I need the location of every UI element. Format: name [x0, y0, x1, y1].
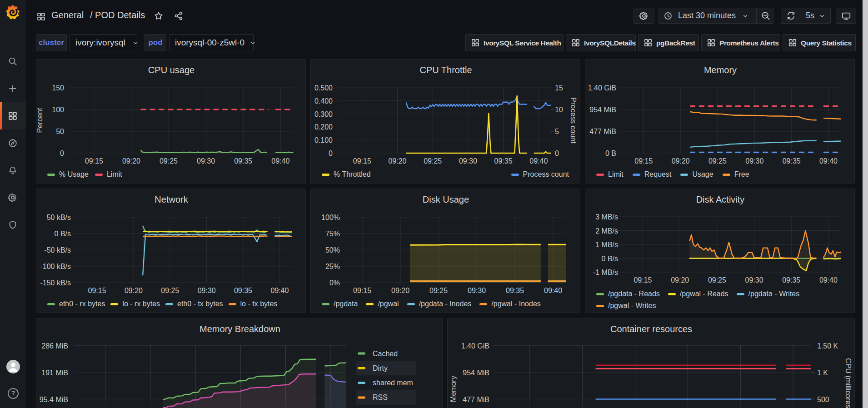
- svg-text:09:40: 09:40: [819, 157, 838, 165]
- svg-text:0 B/s: 0 B/s: [602, 255, 618, 263]
- svg-text:477 MiB: 477 MiB: [463, 396, 489, 403]
- svg-text:Network: Network: [155, 194, 188, 204]
- svg-text:25%: 25%: [325, 263, 340, 270]
- svg-text:09:20: 09:20: [391, 287, 409, 294]
- svg-text:0.200: 0.200: [314, 123, 333, 131]
- svg-text:09:15: 09:15: [634, 276, 652, 284]
- svg-text:RSS: RSS: [373, 393, 388, 401]
- svg-text:Dirty: Dirty: [373, 364, 388, 372]
- svg-text:09:35: 09:35: [494, 157, 513, 165]
- svg-text:1 MB/s: 1 MB/s: [595, 241, 618, 249]
- svg-text:100: 100: [52, 106, 64, 114]
- svg-text:09:20: 09:20: [122, 157, 140, 165]
- svg-text:09:30: 09:30: [745, 157, 763, 165]
- svg-text:Process count: Process count: [569, 97, 577, 144]
- svg-text:09:25: 09:25: [429, 287, 448, 294]
- svg-text:0.500: 0.500: [314, 84, 333, 92]
- svg-text:0 B/s: 0 B/s: [55, 230, 71, 238]
- svg-text:100%: 100%: [321, 214, 340, 221]
- svg-text:09:20: 09:20: [388, 157, 406, 165]
- svg-text:1.50 K: 1.50 K: [817, 342, 838, 350]
- svg-text:shared mem: shared mem: [373, 379, 413, 387]
- svg-text:09:40: 09:40: [819, 276, 838, 284]
- svg-text:09:40: 09:40: [270, 287, 289, 294]
- svg-text:191 MiB: 191 MiB: [41, 369, 68, 377]
- svg-text:0.300: 0.300: [314, 110, 333, 118]
- svg-text:09:30: 09:30: [468, 287, 486, 294]
- svg-text:Memory Breakdown: Memory Breakdown: [200, 324, 280, 334]
- svg-text:CPU (millicores): CPU (millicores): [844, 358, 852, 408]
- svg-text:-150 kB/s: -150 kB/s: [40, 279, 71, 287]
- svg-text:50: 50: [56, 128, 64, 135]
- svg-text:09:20: 09:20: [671, 276, 689, 284]
- svg-text:09:25: 09:25: [708, 157, 727, 165]
- svg-text:09:30: 09:30: [745, 276, 763, 284]
- svg-text:75%: 75%: [325, 230, 340, 238]
- svg-text:09:20: 09:20: [125, 287, 143, 294]
- svg-text:477 MiB: 477 MiB: [589, 128, 616, 135]
- svg-text:09:40: 09:40: [271, 157, 289, 165]
- svg-text:09:25: 09:25: [424, 157, 442, 165]
- svg-text:2 MB/s: 2 MB/s: [595, 227, 618, 235]
- svg-text:09:30: 09:30: [198, 287, 216, 294]
- svg-text:0: 0: [555, 149, 559, 157]
- svg-text:CPU Throttle: CPU Throttle: [419, 65, 472, 75]
- svg-text:95.4 MiB: 95.4 MiB: [40, 396, 68, 403]
- svg-text:0.100: 0.100: [314, 136, 333, 144]
- svg-text:09:35: 09:35: [506, 287, 524, 294]
- svg-text:5: 5: [555, 128, 559, 135]
- svg-text:09:35: 09:35: [783, 157, 801, 165]
- svg-text:954 MiB: 954 MiB: [589, 106, 616, 114]
- svg-text:09:30: 09:30: [197, 157, 215, 165]
- svg-text:50 kB/s: 50 kB/s: [47, 214, 71, 221]
- svg-text:-100 kB/s: -100 kB/s: [40, 263, 71, 270]
- svg-text:1.40 GiB: 1.40 GiB: [461, 342, 489, 350]
- svg-text:954 MiB: 954 MiB: [463, 369, 489, 377]
- svg-text:10: 10: [555, 106, 563, 114]
- svg-text:Disk Usage: Disk Usage: [423, 194, 469, 204]
- svg-text:09:25: 09:25: [708, 276, 726, 284]
- svg-text:Memory: Memory: [449, 376, 457, 402]
- svg-text:09:15: 09:15: [88, 287, 106, 294]
- svg-text:Container resources: Container resources: [610, 324, 692, 334]
- svg-text:09:20: 09:20: [672, 157, 690, 165]
- svg-text:Memory: Memory: [704, 65, 737, 75]
- svg-text:09:35: 09:35: [782, 276, 800, 284]
- svg-text:09:15: 09:15: [634, 157, 653, 165]
- svg-text:Percent: Percent: [36, 108, 44, 133]
- svg-text:500: 500: [817, 396, 829, 403]
- svg-text:09:15: 09:15: [85, 157, 103, 165]
- svg-text:09:30: 09:30: [459, 157, 477, 165]
- svg-text:15: 15: [555, 84, 563, 92]
- svg-text:0: 0: [329, 149, 333, 157]
- svg-text:Disk Activity: Disk Activity: [696, 194, 745, 204]
- svg-text:0.400: 0.400: [314, 97, 333, 105]
- svg-text:150: 150: [52, 84, 64, 92]
- svg-text:09:15: 09:15: [353, 287, 371, 294]
- svg-text:0%: 0%: [329, 279, 340, 287]
- svg-text:Cached: Cached: [373, 350, 398, 358]
- svg-text:CPU usage: CPU usage: [148, 65, 195, 75]
- svg-text:09:40: 09:40: [544, 287, 562, 294]
- svg-text:09:25: 09:25: [161, 287, 179, 294]
- svg-text:09:25: 09:25: [160, 157, 178, 165]
- svg-text:09:35: 09:35: [234, 287, 252, 294]
- svg-text:-50 kB/s: -50 kB/s: [44, 246, 71, 254]
- svg-text:0 B: 0 B: [605, 149, 616, 157]
- svg-text:286 MiB: 286 MiB: [41, 342, 68, 350]
- svg-text:3 MB/s: 3 MB/s: [595, 213, 618, 221]
- svg-text:1.40 GiB: 1.40 GiB: [588, 84, 616, 92]
- svg-text:09:15: 09:15: [353, 157, 371, 165]
- svg-text:0: 0: [60, 149, 64, 157]
- svg-text:09:40: 09:40: [529, 157, 548, 165]
- svg-text:-1 MB/s: -1 MB/s: [593, 269, 618, 276]
- svg-text:1 K: 1 K: [817, 369, 828, 377]
- svg-text:09:35: 09:35: [234, 157, 252, 165]
- svg-text:50%: 50%: [325, 246, 340, 254]
